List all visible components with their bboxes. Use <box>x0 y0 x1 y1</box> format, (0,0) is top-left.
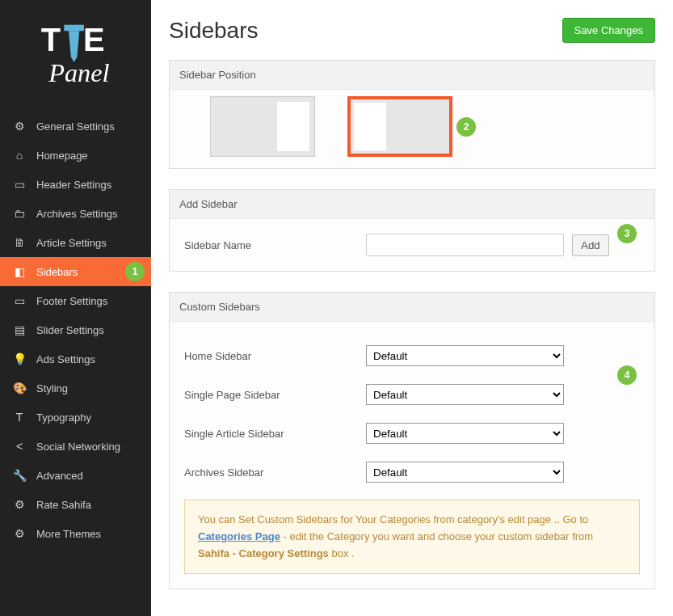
position-right-option[interactable] <box>210 96 315 157</box>
nav-label: Homepage <box>36 150 88 162</box>
nav-archives-settings[interactable]: 🗀Archives Settings <box>0 199 151 228</box>
nav-social-networking[interactable]: <Social Networking <box>0 432 151 461</box>
nav-footer-settings[interactable]: ▭Footer Settings <box>0 286 151 315</box>
save-button-top[interactable]: Save Changes <box>562 18 655 43</box>
nav-sidebars[interactable]: ◧Sidebars1 <box>0 257 151 286</box>
nav-label: Article Settings <box>36 237 107 249</box>
header-icon: ▭ <box>12 178 27 191</box>
nav-label: Footer Settings <box>36 295 107 307</box>
bulb-icon: 💡 <box>12 352 27 365</box>
folder-icon: 🗀 <box>12 207 27 220</box>
notice-text: You can Set Custom Sidebars for Your Cat… <box>198 513 588 525</box>
nav-label: Slider Settings <box>36 324 104 336</box>
row-label: Single Page Sidebar <box>184 389 366 401</box>
sidebar-position-panel: Sidebar Position 2 <box>169 60 655 169</box>
panel-header: Add Sidebar <box>170 190 654 219</box>
add-sidebar-panel: Add Sidebar Sidebar Name Add 3 <box>169 189 655 272</box>
sidebar: T E Panel ⚙General Settings ⌂Homepage ▭H… <box>0 0 151 616</box>
nav-label: Archives Settings <box>36 208 117 220</box>
nav-more-themes[interactable]: ⚙More Themes <box>0 519 151 548</box>
footer-icon: ▭ <box>12 294 27 307</box>
svg-text:E: E <box>83 22 105 57</box>
custom-sidebars-panel: Custom Sidebars Home Sidebar Default Sin… <box>169 292 655 589</box>
slider-icon: ▤ <box>12 323 27 336</box>
nav-slider-settings[interactable]: ▤Slider Settings <box>0 315 151 344</box>
nav-label: General Settings <box>36 120 115 133</box>
notice-bold: Sahifa - Category Settings <box>198 547 329 559</box>
annotation-1: 1 <box>125 262 145 281</box>
nav-label: Sidebars <box>36 266 78 278</box>
nav-styling[interactable]: 🎨Styling <box>0 373 151 403</box>
categories-page-link[interactable]: Categories Page <box>198 530 280 542</box>
home-sidebar-select[interactable]: Default <box>366 345 564 366</box>
panel-header: Custom Sidebars <box>170 293 654 322</box>
sidebar-name-input[interactable] <box>366 234 564 256</box>
share-icon: < <box>12 440 27 453</box>
single-article-sidebar-select[interactable]: Default <box>366 423 564 444</box>
page-title: Sidebars <box>169 18 259 44</box>
nav-ads-settings[interactable]: 💡Ads Settings <box>0 344 151 373</box>
single-page-sidebar-select[interactable]: Default <box>366 384 564 405</box>
add-button[interactable]: Add <box>572 234 609 256</box>
annotation-2: 2 <box>456 117 476 137</box>
categories-notice: You can Set Custom Sidebars for Your Cat… <box>184 500 640 574</box>
brush-icon: 🎨 <box>12 382 27 394</box>
nav-typography[interactable]: TTypography <box>0 403 151 432</box>
gear-icon: ⚙ <box>12 120 27 133</box>
svg-text:T: T <box>41 22 61 57</box>
custom-row: Single Article Sidebar Default <box>184 414 640 453</box>
nav-label: Advanced <box>36 470 83 482</box>
nav-advanced[interactable]: 🔧Advanced <box>0 461 151 490</box>
nav-label: Header Settings <box>36 179 111 191</box>
type-icon: T <box>12 411 27 424</box>
gear-icon: ⚙ <box>12 498 27 511</box>
sidebar-name-label: Sidebar Name <box>184 239 366 251</box>
row-label: Home Sidebar <box>184 350 366 362</box>
nav-homepage[interactable]: ⌂Homepage <box>0 141 151 170</box>
nav-label: Ads Settings <box>36 353 95 365</box>
nav-label: Rate Sahifa <box>36 499 91 511</box>
nav-rate[interactable]: ⚙Rate Sahifa <box>0 490 151 519</box>
panel-header: Sidebar Position <box>170 61 654 90</box>
home-icon: ⌂ <box>12 149 27 162</box>
nav-label: Typography <box>36 411 91 424</box>
annotation-3: 3 <box>617 224 637 243</box>
nav-article-settings[interactable]: 🗎Article Settings <box>0 228 151 257</box>
position-left-option[interactable] <box>347 96 452 157</box>
nav-label: Social Networking <box>36 441 120 453</box>
custom-row: Home Sidebar Default <box>184 336 640 375</box>
row-label: Archives Sidebar <box>184 466 366 479</box>
svg-rect-1 <box>64 25 84 32</box>
nav-label: More Themes <box>36 528 101 540</box>
annotation-4: 4 <box>617 365 637 385</box>
file-icon: 🗎 <box>12 236 27 249</box>
custom-row: Single Page Sidebar Default <box>184 375 640 414</box>
svg-text:Panel: Panel <box>48 58 109 87</box>
notice-text: box . <box>329 547 355 559</box>
logo: T E Panel <box>0 0 151 112</box>
nav-label: Styling <box>36 382 68 394</box>
archives-sidebar-select[interactable]: Default <box>366 462 564 483</box>
nav-general-settings[interactable]: ⚙General Settings <box>0 112 151 141</box>
row-label: Single Article Sidebar <box>184 428 366 440</box>
notice-text: - edit the Category you want and choose … <box>280 530 593 542</box>
gear-icon: ⚙ <box>12 527 27 540</box>
layout-icon: ◧ <box>12 265 27 278</box>
wrench-icon: 🔧 <box>12 469 27 482</box>
main-content: Sidebars Save Changes Sidebar Position 2… <box>151 0 673 616</box>
nav-header-settings[interactable]: ▭Header Settings <box>0 170 151 199</box>
custom-row: Archives Sidebar Default <box>184 453 640 492</box>
